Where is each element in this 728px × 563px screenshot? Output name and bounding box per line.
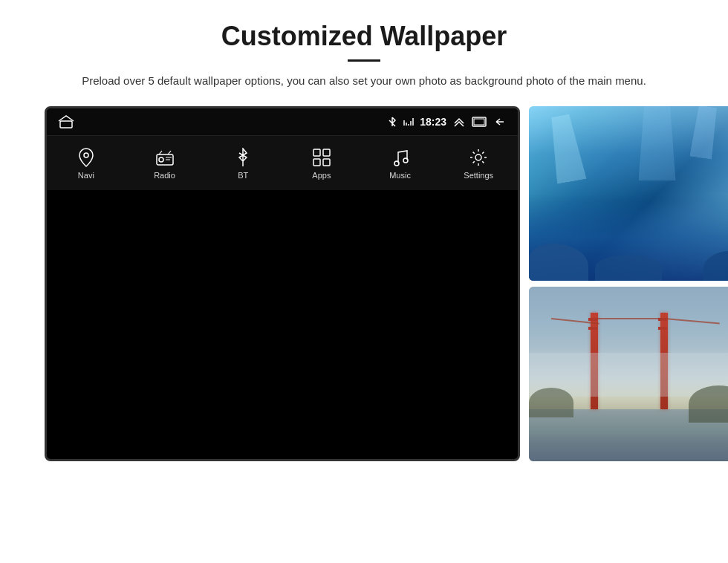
svg-rect-43 (313, 159, 320, 166)
page-subtitle: Preload over 5 default wallpaper options… (82, 72, 646, 90)
settings-label: Settings (464, 171, 493, 180)
navi-label: Navi (78, 171, 94, 180)
status-bar: 18:23 (47, 108, 518, 135)
back-icon (493, 117, 507, 127)
signal-icon (403, 117, 414, 127)
svg-rect-44 (323, 159, 330, 166)
settings-icon (468, 147, 489, 168)
svg-rect-2 (474, 119, 484, 125)
device-screen: 18:23 (45, 106, 520, 461)
svg-point-47 (475, 154, 481, 160)
bluetooth-nav-icon (233, 147, 253, 168)
time-display: 18:23 (420, 116, 446, 128)
svg-rect-41 (313, 149, 320, 156)
nav-item-radio[interactable]: Radio (126, 147, 204, 180)
music-icon (390, 147, 411, 168)
radio-icon (155, 147, 175, 168)
svg-rect-42 (323, 149, 330, 156)
window-icon (472, 117, 487, 127)
bottom-nav: Navi Radio (47, 135, 518, 190)
content-row: 18:23 (45, 106, 683, 461)
status-left (57, 115, 75, 128)
location-icon (76, 147, 97, 168)
wallpaper-thumbnails (529, 106, 728, 461)
home-icon (57, 115, 75, 128)
music-label: Music (389, 171, 411, 180)
title-divider (348, 59, 380, 62)
nav-item-music[interactable]: Music (361, 147, 440, 180)
nav-item-navi[interactable]: Navi (47, 147, 126, 180)
wallpaper-thumb-ice[interactable] (529, 106, 728, 281)
apps-icon (311, 147, 332, 168)
radio-label: Radio (154, 171, 175, 180)
page-title: Customized Wallpaper (221, 21, 507, 52)
svg-point-46 (403, 158, 408, 163)
svg-rect-0 (60, 121, 72, 128)
bt-label: BT (238, 171, 248, 180)
svg-point-36 (84, 153, 88, 157)
apps-label: Apps (312, 171, 331, 180)
page-container: Customized Wallpaper Preload over 5 defa… (0, 0, 728, 563)
nav-item-bt[interactable]: BT (204, 147, 282, 180)
svg-point-45 (394, 161, 399, 166)
svg-point-38 (159, 157, 163, 162)
nav-item-apps[interactable]: Apps (282, 147, 361, 180)
expand-icon (452, 116, 466, 128)
bluetooth-icon (387, 116, 397, 128)
status-right: 18:23 (387, 116, 507, 128)
wallpaper-thumb-bridge[interactable] (529, 287, 728, 461)
nav-item-settings[interactable]: Settings (439, 147, 518, 180)
